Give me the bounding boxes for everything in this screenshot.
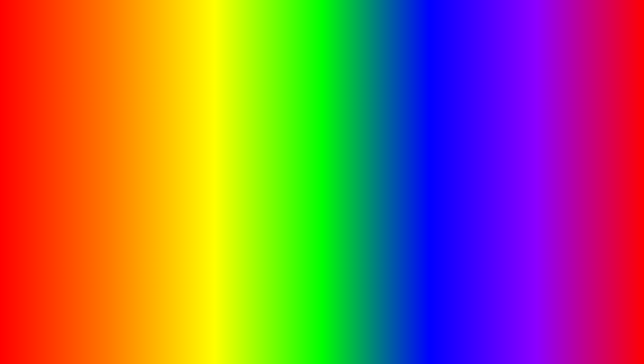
- sidebar-item-dungeon-right[interactable]: Dungeon: [293, 159, 316, 171]
- skill-x-checkbox[interactable]: [441, 157, 447, 163]
- fast-attack-dropdown[interactable]: Select FastAttack : Normal Fast ▼: [58, 119, 192, 129]
- skill-z-checkbox[interactable]: [441, 148, 447, 154]
- weapon-dropdown-arrow: ▼: [185, 182, 189, 186]
- auto-farm-level-checkbox[interactable]: [186, 152, 192, 158]
- fast-attack-checkbox[interactable]: [186, 110, 192, 116]
- auto-farm-title-row: Auto Farm Level: [58, 144, 192, 149]
- auto-farm-mastery-checkbox[interactable]: [441, 110, 447, 116]
- separator-1: [58, 141, 192, 142]
- mastery-dropdown-value: Select Farm Mastery Mode : Fruit Mastery: [324, 122, 398, 126]
- sidebar-item-stats-left[interactable]: Stats: [31, 134, 54, 145]
- skill-c-row: Skill C: [320, 166, 447, 172]
- skill-z-label: Skill Z: [320, 149, 332, 154]
- left-panel-content: Fast Attack Select FastAttack : Normal F…: [54, 106, 196, 215]
- left-panel: Main Combat Stats Teleport Dungeon Fast …: [30, 105, 197, 215]
- health-slider-track[interactable]: [320, 141, 447, 143]
- skill-v-checkbox[interactable]: [441, 174, 447, 180]
- select-weapon-dropdown-value: Select Weapon : Godhuman: [62, 181, 112, 186]
- remove-effect-checkbox[interactable]: [186, 132, 192, 138]
- separator-right: [320, 146, 447, 146]
- skill-x-row: Skill X: [320, 157, 447, 163]
- right-panel-sidebar: Main Combat Stats Teleport Dungeon: [293, 106, 316, 218]
- select-weapon-dropdown[interactable]: Select Weapon : Godhuman ▼: [58, 179, 192, 188]
- sidebar-item-stats-right[interactable]: Stats: [293, 134, 316, 145]
- select-weapon-row: Select Weapon: [58, 171, 192, 176]
- skill-v-row: Skill V: [320, 174, 447, 180]
- blox-fruits-logo: 💀 BLOX FRUITS: [604, 287, 631, 331]
- select-weapon-label: Select Weapon: [58, 171, 89, 176]
- right-panel-content: Auto Farm Mastery Select Farm Mastery Mo…: [316, 106, 451, 218]
- skill-c-checkbox[interactable]: [441, 166, 447, 172]
- logo-title: BLOX FRUITS: [604, 315, 631, 331]
- auto-farm-level-title: Auto Farm Level: [58, 144, 92, 149]
- remove-effect-row: Remove Effect: [58, 132, 192, 138]
- title-fruits: FRUITS: [304, 7, 513, 68]
- sidebar-item-main-right[interactable]: Main: [293, 109, 316, 120]
- sidebar-item-combat-right[interactable]: Combat: [293, 121, 316, 133]
- auto-farm-mastery-row: Auto Farm Mastery: [320, 110, 447, 116]
- health-slider-container: [320, 141, 447, 143]
- mobile-work-label: MOBILE: [267, 219, 355, 244]
- title-container: BLOX FRUITS: [0, 7, 644, 68]
- left-panel-sidebar: Main Combat Stats Teleport Dungeon: [31, 106, 54, 215]
- logo-fruits: FRUITS: [604, 322, 630, 331]
- skill-c-label: Skill C: [320, 166, 332, 171]
- bottom-text-container: AUTO FARM SCRIPT PASTEBIN: [0, 312, 644, 354]
- logo-skull: 💀: [609, 292, 626, 308]
- sidebar-item-dungeon-left[interactable]: Dungeon: [31, 159, 54, 171]
- fast-attack-dropdown-value: Select FastAttack : Normal Fast: [62, 122, 118, 126]
- skill-v-label: Skill V: [320, 175, 332, 180]
- select-health-row: Select Health 25: [320, 132, 447, 139]
- sidebar-item-combat-left[interactable]: Combat: [31, 121, 54, 133]
- right-panel: Main Combat Stats Teleport Dungeon Auto …: [292, 105, 452, 219]
- auto-farm-level-row2: [58, 161, 192, 167]
- sidebar-item-teleport-right[interactable]: Teleport: [293, 147, 316, 158]
- auto-farm-mastery-label: Auto Farm Mastery: [320, 111, 359, 116]
- auto-farm-level-row: Auto Farm Level: [58, 152, 192, 158]
- script-text: SCRIPT: [272, 312, 406, 353]
- auto-farm-level-checkbox2[interactable]: [186, 161, 192, 167]
- select-health-label: Select Health: [320, 133, 347, 138]
- pastebin-text: PASTEBIN: [408, 312, 591, 353]
- skill-x-label: Skill X: [320, 158, 332, 163]
- auto-farm-text: AUTO FARM: [53, 312, 271, 353]
- remove-effect-label: Remove Effect: [58, 133, 88, 138]
- skill-z-row: Skill Z: [320, 148, 447, 154]
- logo-blox: BLOX: [607, 314, 627, 323]
- mastery-dropdown[interactable]: Select Farm Mastery Mode : Fruit Mastery…: [320, 119, 447, 129]
- mastery-dropdown-arrow: ▼: [440, 122, 444, 126]
- fast-attack-dropdown-arrow: ▼: [185, 122, 189, 126]
- fast-attack-label: Fast Attack: [58, 111, 81, 116]
- title-blox: BLOX: [131, 7, 290, 68]
- sidebar-item-main-left[interactable]: Main: [31, 109, 54, 120]
- auto-farm-level-label: Auto Farm Level: [58, 153, 92, 158]
- fast-attack-row: Fast Attack: [58, 110, 192, 116]
- health-slider-thumb[interactable]: [356, 140, 360, 144]
- logo-icon: 💀: [604, 287, 631, 313]
- health-value-box[interactable]: 25: [435, 132, 447, 139]
- sidebar-item-teleport-left[interactable]: Teleport: [31, 147, 54, 158]
